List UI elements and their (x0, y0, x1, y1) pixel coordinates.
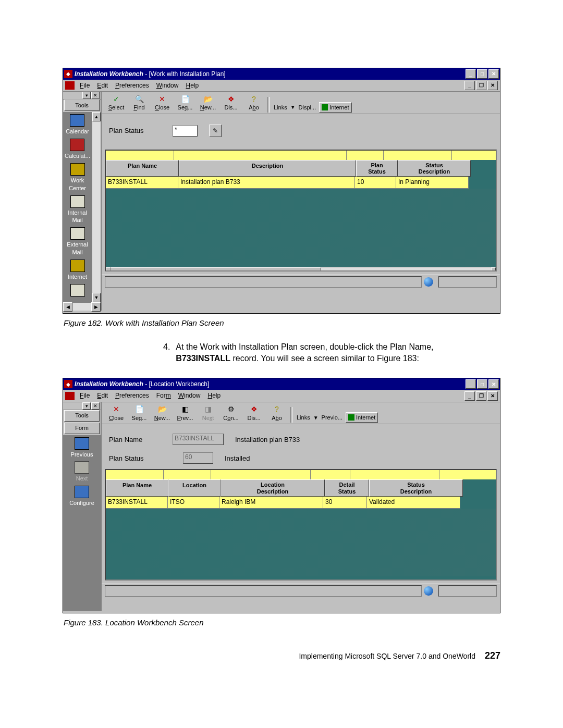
tb-seq-2[interactable]: 📄Seq... (128, 404, 151, 423)
links-item[interactable]: Displ... (299, 104, 316, 112)
child-minimize-button[interactable]: _ (464, 81, 475, 90)
minimize-button[interactable]: _ (466, 69, 476, 79)
tb-close-2[interactable]: ✕Close (105, 404, 128, 423)
menu-file[interactable]: File (78, 81, 92, 90)
tb-about[interactable]: ?Abo (242, 93, 265, 113)
close-icon: ✕ (152, 94, 173, 104)
child-restore-button[interactable]: ❐ (476, 81, 486, 90)
sidebar-item-previous[interactable]: Previous (71, 437, 93, 459)
next-tb-icon: ◨ (198, 405, 218, 414)
window-location-workbench: ◆ Installation Workbench - [Location Wor… (63, 378, 500, 613)
col-status-desc[interactable]: StatusDescription (398, 160, 471, 177)
col2-location[interactable]: Location (168, 479, 221, 496)
sidebar-item-internet[interactable]: Internet (68, 260, 87, 281)
menu-window[interactable]: Window (154, 81, 181, 90)
menu-edit[interactable]: Edit (95, 81, 110, 90)
cell2-detail-status[interactable]: 30 (323, 497, 367, 509)
child-close-button[interactable]: ✕ (487, 81, 498, 90)
tb-about-2[interactable]: ?Abo (265, 404, 288, 423)
plan-status-input[interactable]: * (173, 125, 198, 137)
grid-qbe-row-2[interactable] (106, 470, 496, 479)
mail-out-icon (70, 227, 85, 240)
menu-edit-2[interactable]: Edit (95, 391, 110, 400)
scroll-left-button[interactable]: ◀ (63, 302, 72, 312)
menu-window-2[interactable]: Window (176, 391, 203, 400)
dis-icon-2: ❖ (243, 405, 264, 414)
grid-scroll-right[interactable]: ▶ (491, 267, 496, 272)
tb-dis[interactable]: ❖Dis... (219, 93, 242, 113)
scroll-up-button[interactable]: ▲ (92, 112, 101, 121)
sidebar-tab-tools-2[interactable]: Tools (64, 410, 100, 422)
sidebar-tab-tools[interactable]: Tools (64, 100, 100, 111)
menu-file-2[interactable]: File (78, 391, 92, 400)
links-label-2: Links (297, 414, 310, 422)
grid-hscroll[interactable]: ◀ ▶ (106, 267, 496, 272)
sidebar-item-workcenter[interactable]: Work Center (63, 163, 92, 192)
tb-new[interactable]: 📂New... (197, 93, 219, 113)
tb-dis-2[interactable]: ❖Dis... (242, 404, 265, 423)
sidebar-item-external-mail[interactable]: External Mail (63, 227, 92, 256)
grid-scroll-left[interactable]: ◀ (106, 267, 111, 272)
cell-description[interactable]: Installation plan B733 (178, 177, 355, 189)
grid-row-2[interactable]: B733INSTALL ITSO Raleigh IBM 30 Validate… (106, 497, 496, 509)
sidebar-item-calculator[interactable]: Calculat... (65, 139, 90, 160)
sidebar-item-calendar[interactable]: Calendar (66, 114, 89, 135)
scroll-down-button[interactable]: ▼ (92, 293, 101, 302)
child-close-2[interactable]: ✕ (487, 391, 498, 401)
menu-form[interactable]: Form (154, 391, 173, 400)
cell-plan-name[interactable]: B733INSTALL (106, 177, 178, 189)
grid-row[interactable]: B733INSTALL Installation plan B733 10 In… (106, 177, 496, 189)
sidebar-tab-form[interactable]: Form (64, 423, 100, 434)
tb-new-2[interactable]: 📂New... (151, 404, 174, 423)
tb-select[interactable]: ✓Select (105, 93, 128, 113)
tb-con[interactable]: ⚙Con... (219, 404, 242, 423)
close-button-2[interactable]: ✕ (488, 379, 499, 389)
help-icon-2: ? (266, 405, 287, 414)
maximize-button-2[interactable]: □ (477, 379, 487, 389)
sidebar-item-extra[interactable] (70, 284, 85, 298)
qbe-button[interactable]: ✎ (209, 125, 222, 137)
col2-detail-status[interactable]: DetailStatus (325, 479, 369, 496)
minimize-button-2[interactable]: _ (466, 379, 476, 389)
scroll-right-button[interactable]: ▶ (91, 302, 101, 312)
cell2-location[interactable]: ITSO (168, 497, 219, 509)
sidebar-close-2[interactable]: ✕ (91, 402, 100, 410)
cell2-plan-name[interactable]: B733INSTALL (106, 497, 168, 509)
tb-close[interactable]: ✕Close (151, 93, 174, 113)
menu-help-2[interactable]: Help (205, 391, 223, 400)
sidebar-close-button[interactable]: ✕ (91, 92, 100, 99)
cell-status-desc[interactable]: In Planning (396, 177, 469, 189)
new-icon-2: 📂 (152, 405, 173, 414)
close-button[interactable]: ✕ (488, 69, 499, 79)
internet-link[interactable]: Internet (319, 102, 351, 113)
grid-scroll-thumb[interactable] (111, 267, 321, 272)
menu-preferences[interactable]: Preferences (113, 81, 151, 90)
tb-prev[interactable]: ◧Prev... (174, 404, 197, 423)
sidebar-item-next[interactable]: Next (75, 461, 89, 483)
col2-plan-name[interactable]: Plan Name (106, 479, 168, 496)
cell-plan-status[interactable]: 10 (355, 177, 396, 189)
sidebar-item-configure[interactable]: Configure (69, 486, 94, 507)
menu-preferences-2[interactable]: Preferences (113, 391, 151, 400)
sidebar-dropdown-2[interactable]: ▾ (82, 402, 91, 410)
tb-seq[interactable]: 📄Seq... (174, 93, 197, 113)
maximize-button[interactable]: □ (477, 69, 487, 79)
col-plan-status[interactable]: PlanStatus (356, 160, 398, 177)
sidebar-dropdown-button[interactable]: ▾ (82, 92, 91, 99)
col2-loc-desc[interactable]: LocationDescription (221, 479, 325, 496)
links-dropdown-icon[interactable]: ▼ (290, 104, 296, 111)
col-description[interactable]: Description (179, 160, 356, 177)
child-minimize-2[interactable]: _ (464, 391, 475, 401)
links-dropdown-2[interactable]: ▼ (313, 414, 319, 422)
cell2-loc-desc[interactable]: Raleigh IBM (219, 497, 323, 509)
grid-qbe-row[interactable] (106, 151, 496, 160)
col2-status-desc[interactable]: StatusDescription (369, 479, 463, 496)
tb-find[interactable]: 🔍Find (128, 93, 151, 113)
cell2-status-desc[interactable]: Validated (367, 497, 460, 509)
col-plan-name[interactable]: Plan Name (106, 160, 179, 177)
child-restore-2[interactable]: ❐ (476, 391, 486, 401)
sidebar-item-internal-mail[interactable]: Internal Mail (63, 195, 92, 225)
menu-help[interactable]: Help (183, 81, 201, 90)
internet-link-2[interactable]: Internet (346, 412, 378, 423)
links-item-2[interactable]: Previo... (322, 414, 342, 422)
